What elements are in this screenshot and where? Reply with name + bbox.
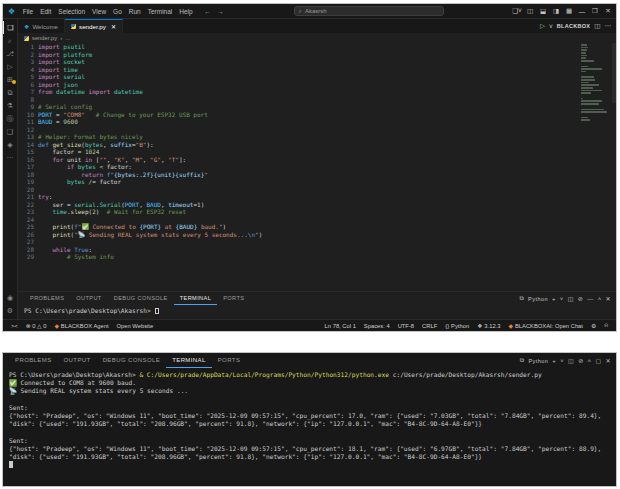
maximize-panel-button[interactable]: ˄ — [598, 296, 602, 302]
python-interpreter[interactable]: ❖3.12.3 — [473, 323, 504, 329]
menu-item-view[interactable]: View — [89, 8, 110, 15]
panel-tab-problems[interactable]: PROBLEMS — [24, 292, 70, 305]
gitlens-icon[interactable]: Ⓖ — [3, 112, 18, 125]
close-button[interactable]: ✕ — [602, 7, 614, 15]
panel-tab-debug-console[interactable]: DEBUG CONSOLE — [97, 353, 167, 368]
terminal-panel-window: PROBLEMSOUTPUTDEBUG CONSOLETERMINALPORTS… — [2, 352, 617, 487]
blackbox-agent[interactable]: ◆BLACKBOX Agent — [50, 323, 112, 329]
split-terminal-button[interactable]: ◫ — [568, 357, 574, 364]
code-editor[interactable]: 1234567891011121314151617181920212223242… — [18, 43, 616, 291]
encoding[interactable]: UTF-8 — [394, 323, 418, 329]
code-line: # Serial config — [38, 103, 616, 111]
panel-tab-problems[interactable]: PROBLEMS — [9, 353, 58, 368]
launch-profile-chevron-icon[interactable]: ˅ — [560, 296, 564, 302]
integrated-terminal[interactable]: PS C:\Users\prade\Desktop\Akasrsh> & C:/… — [3, 368, 616, 486]
menu-item-run[interactable]: Run — [125, 8, 144, 15]
more-icon[interactable]: ⋯ — [3, 151, 18, 164]
maximize-panel-button[interactable]: ▢ — [595, 357, 601, 364]
python-icon — [71, 24, 76, 29]
search-icon[interactable]: ⌕ — [3, 34, 18, 47]
restore-button[interactable]: ❐ — [589, 7, 601, 15]
notifications-bell-icon[interactable]: ⍾ — [600, 322, 612, 329]
menu-item-terminal[interactable]: Terminal — [144, 8, 176, 15]
close-tab-icon[interactable]: ✕ — [111, 23, 116, 30]
testing-icon[interactable]: ⚗ — [3, 99, 18, 112]
panel-tab-output[interactable]: OUTPUT — [58, 353, 97, 368]
minimap[interactable] — [581, 44, 611, 122]
terminal-profile-icon[interactable]: ⧉ — [519, 295, 524, 302]
remote-indicator[interactable]: >< — [7, 323, 22, 329]
account-icon[interactable]: ◉ — [3, 291, 18, 304]
code-line: BAUD = 9600 — [38, 118, 616, 126]
code-line — [38, 126, 616, 134]
minimize-button[interactable]: — — [576, 8, 588, 15]
split-terminal-button[interactable]: ◫ — [568, 295, 574, 302]
source-control-icon[interactable]: ⎇ — [3, 47, 18, 60]
run-python-file-button[interactable]: ▷ — [540, 22, 545, 30]
extensions-icon[interactable]: ⊞ — [3, 73, 18, 86]
extension-badge — [12, 80, 16, 84]
integrated-terminal[interactable]: PS C:\Users\prade\Desktop\Akasrsh> — [18, 305, 616, 319]
nav-back-forward-icons[interactable]: ← → — [204, 8, 226, 15]
close-panel-button[interactable]: ✕ — [606, 295, 611, 302]
terminal-profile-label[interactable]: Python — [528, 358, 548, 364]
language-mode[interactable]: {}Python — [441, 323, 473, 329]
blackbox-editor-action[interactable]: BLACKBOX — [557, 23, 591, 29]
terminal-profile-label[interactable]: Python — [528, 296, 548, 302]
code-line — [38, 186, 616, 194]
chat-icon[interactable]: ❑ — [3, 125, 18, 138]
editor-scrollbar[interactable] — [612, 43, 616, 103]
blackbox-agent-icon: ◆ — [54, 323, 58, 329]
kill-terminal-button[interactable]: ⊘ — [578, 295, 583, 302]
terminal-profile-icon[interactable]: ⧉ — [520, 357, 525, 364]
indentation[interactable]: Spaces: 4 — [360, 323, 394, 329]
split-editor-icon[interactable]: ◫ — [594, 22, 600, 30]
tab-sender-py[interactable]: sender.py✕ — [65, 19, 123, 33]
panel-tab-output[interactable]: OUTPUT — [70, 292, 107, 305]
cursor-position[interactable]: Ln 78, Col 1 — [321, 323, 360, 329]
blackbox-open-chat[interactable]: ◆BLACKBOXAI: Open Chat — [504, 323, 586, 329]
close-panel-button[interactable]: ✕ — [606, 357, 611, 364]
menu-item-selection[interactable]: Selection — [55, 8, 89, 15]
command-center-search[interactable]: ⌕ Akasrsh — [294, 6, 444, 16]
code-line: import time — [38, 66, 616, 74]
problems-indicator[interactable]: ⊗ 0 △ 0 — [22, 323, 51, 329]
more-actions-icon[interactable]: ⋯ — [605, 22, 612, 30]
menu-item-help[interactable]: Help — [176, 8, 196, 15]
new-terminal-button[interactable]: + — [552, 296, 556, 302]
code-content: import psutilimport platformimport socke… — [38, 43, 616, 291]
run-dropdown-chevron-icon[interactable]: ˅ — [549, 23, 553, 30]
menu-item-edit[interactable]: Edit — [37, 8, 55, 15]
explorer-icon[interactable]: ❏ — [3, 21, 18, 34]
settings-gear-icon[interactable]: ⚙ — [3, 304, 18, 317]
run-debug-icon[interactable]: ▷ — [3, 60, 18, 73]
launch-profile-chevron-icon[interactable]: ˅ — [560, 358, 564, 364]
menu-item-go[interactable]: Go — [110, 8, 126, 15]
tab-welcome[interactable]: ❖Welcome — [18, 19, 65, 33]
menu-bar: FileEditSelectionViewGoRunTerminalHelp — [19, 8, 196, 15]
restore-panel-button[interactable]: ˄ — [588, 358, 592, 364]
copilot-icon[interactable]: ❑˅ — [511, 7, 523, 15]
panel-tab-bar: PROBLEMSOUTPUTDEBUG CONSOLETERMINALPORTS… — [18, 292, 616, 305]
panel-tab-terminal[interactable]: TERMINAL — [174, 292, 217, 305]
customize-layout-icon[interactable]: ▦ — [563, 7, 575, 15]
kill-terminal-button[interactable]: ⊘ — [578, 357, 583, 364]
breadcrumb[interactable]: sender.py › … — [18, 33, 616, 43]
panel-tab-debug-console[interactable]: DEBUG CONSOLE — [108, 292, 174, 305]
panel-tab-terminal[interactable]: TERMINAL — [166, 353, 212, 368]
search-value: Akasrsh — [305, 8, 327, 14]
remote-explorer-icon[interactable]: ⧉ — [3, 86, 18, 99]
layout-panel-bottom-icon[interactable]: ⬓ — [537, 7, 549, 15]
layout-panel-left-icon[interactable]: ◫ — [524, 7, 536, 15]
blackbox-icon[interactable]: ◈ — [3, 138, 18, 151]
panel-tab-ports[interactable]: PORTS — [212, 353, 247, 368]
minimize-panel-button[interactable]: — — [587, 296, 593, 302]
code-line: print("📡 Sending REAL system stats every… — [38, 231, 616, 239]
panel-tab-ports[interactable]: PORTS — [217, 292, 250, 305]
new-terminal-button[interactable]: + — [552, 358, 556, 364]
open-website[interactable]: Open Website — [113, 323, 158, 329]
eol-sequence[interactable]: CRLF — [418, 323, 441, 329]
settings-sync-icon[interactable]: ⚙ — [587, 323, 600, 329]
layout-panel-right-icon[interactable]: ◨ — [550, 7, 562, 15]
menu-item-file[interactable]: File — [19, 8, 36, 15]
